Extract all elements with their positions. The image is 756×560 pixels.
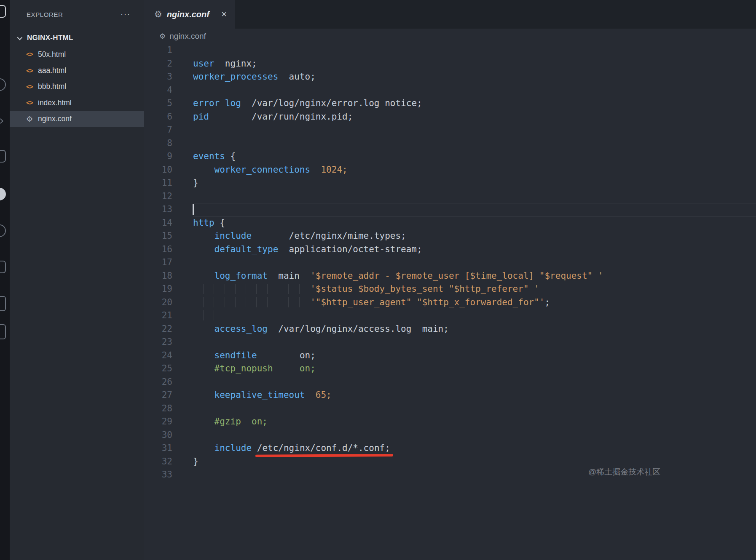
- line-content: [172, 44, 193, 57]
- folder-row-nginx-html[interactable]: NGINX-HTML: [10, 30, 144, 46]
- line-number: 22: [144, 323, 172, 336]
- activity-bar-icon[interactable]: [0, 224, 6, 237]
- breadcrumb[interactable]: ⚙ nginx.conf: [144, 29, 756, 44]
- line-content: '$status $body_bytes_sent "$http_referer…: [172, 283, 539, 296]
- code-line-1[interactable]: 1: [144, 44, 756, 57]
- line-number: 1: [144, 44, 172, 57]
- line-content: error_log /var/log/nginx/error.log notic…: [172, 97, 422, 110]
- explorer-header: EXPLORER ···: [10, 0, 144, 19]
- code-line-19[interactable]: 19 '$status $body_bytes_sent "$http_refe…: [144, 283, 756, 296]
- code-line-24[interactable]: 24 sendfile on;: [144, 349, 756, 363]
- database-icon[interactable]: [0, 324, 6, 339]
- code-line-22[interactable]: 22 access_log /var/log/nginx/access.log …: [144, 323, 756, 336]
- activity-bar-icon[interactable]: [0, 150, 6, 163]
- line-number: 12: [144, 190, 172, 203]
- account-icon[interactable]: [0, 188, 6, 200]
- code-line-4[interactable]: 4: [144, 84, 756, 97]
- file-item-50x.html[interactable]: <>50x.html: [10, 46, 144, 62]
- code-line-18[interactable]: 18 log_format main '$remote_addr - $remo…: [144, 269, 756, 283]
- line-content: [172, 137, 193, 150]
- code-line-23[interactable]: 23: [144, 336, 756, 349]
- code-line-2[interactable]: 2user nginx;: [144, 57, 756, 71]
- tab-nginx-conf[interactable]: ⚙ nginx.conf ×: [144, 0, 235, 29]
- activity-bar-icon[interactable]: [0, 5, 6, 18]
- more-actions-icon[interactable]: ···: [121, 10, 131, 19]
- gear-icon: ⚙: [159, 32, 166, 41]
- file-item-nginx.conf[interactable]: ⚙nginx.conf: [10, 111, 144, 127]
- line-number: 6: [144, 110, 172, 124]
- line-content: }: [172, 455, 198, 469]
- file-label: aaa.html: [38, 66, 66, 75]
- code-line-5[interactable]: 5error_log /var/log/nginx/error.log noti…: [144, 97, 756, 110]
- code-line-10[interactable]: 10 worker_connections 1024;: [144, 163, 756, 177]
- code-line-32[interactable]: 32}: [144, 455, 756, 469]
- code-line-33[interactable]: 33: [144, 468, 756, 482]
- line-number: 15: [144, 229, 172, 243]
- code-line-26[interactable]: 26: [144, 376, 756, 389]
- line-content: default_type application/octet-stream;: [172, 243, 422, 256]
- code-line-9[interactable]: 9events {: [144, 150, 756, 163]
- code-line-3[interactable]: 3worker_processes auto;: [144, 70, 756, 84]
- code-line-25[interactable]: 25 #tcp_nopush on;: [144, 362, 756, 376]
- code-line-20[interactable]: 20 '"$http_user_agent" "$http_x_forwarde…: [144, 296, 756, 309]
- code-line-14[interactable]: 14http {: [144, 216, 756, 230]
- code-line-30[interactable]: 30: [144, 429, 756, 442]
- activity-bar-icon[interactable]: [0, 78, 6, 91]
- file-item-aaa.html[interactable]: <>aaa.html: [10, 62, 144, 78]
- activity-bar-icon[interactable]: [0, 261, 6, 273]
- line-number: 26: [144, 376, 172, 389]
- line-content: user nginx;: [172, 57, 257, 71]
- code-line-21[interactable]: 21: [144, 309, 756, 323]
- line-content: pid /var/run/nginx.pid;: [172, 110, 353, 124]
- line-content: events {: [172, 150, 236, 163]
- code-area[interactable]: 12user nginx;3worker_processes auto;45er…: [144, 44, 756, 482]
- line-number: 3: [144, 70, 172, 84]
- line-content: [172, 84, 193, 97]
- code-line-11[interactable]: 11}: [144, 176, 756, 190]
- line-content: [172, 376, 193, 389]
- html-file-icon: <>: [26, 83, 38, 91]
- line-number: 7: [144, 123, 172, 137]
- line-number: 14: [144, 216, 172, 230]
- line-content: http {: [172, 216, 225, 230]
- code-line-13[interactable]: 13: [144, 203, 756, 216]
- close-icon[interactable]: ×: [221, 9, 227, 20]
- code-line-6[interactable]: 6pid /var/run/nginx.pid;: [144, 110, 756, 124]
- code-line-15[interactable]: 15 include /etc/nginx/mime.types;: [144, 229, 756, 243]
- line-number: 10: [144, 163, 172, 177]
- line-number: 21: [144, 309, 172, 323]
- explorer-title: EXPLORER: [27, 11, 63, 18]
- chevron-down-icon: [17, 35, 23, 40]
- database-icon[interactable]: [0, 296, 6, 311]
- code-line-29[interactable]: 29 #gzip on;: [144, 415, 756, 429]
- line-content: [172, 309, 214, 323]
- text-cursor: [193, 204, 194, 215]
- line-content: [172, 190, 193, 203]
- code-line-17[interactable]: 17: [144, 256, 756, 269]
- line-number: 31: [144, 442, 172, 455]
- line-number: 8: [144, 137, 172, 150]
- code-line-8[interactable]: 8: [144, 137, 756, 150]
- code-line-7[interactable]: 7: [144, 123, 756, 137]
- line-content: worker_processes auto;: [172, 70, 316, 84]
- line-content: [172, 468, 193, 482]
- line-number: 30: [144, 429, 172, 442]
- line-content: }: [172, 176, 198, 190]
- file-item-bbb.html[interactable]: <>bbb.html: [10, 79, 144, 95]
- file-label: nginx.conf: [38, 115, 72, 123]
- line-content: [172, 203, 193, 216]
- red-underlined-text: /etc/nginx/conf.d/*.conf;: [257, 443, 390, 453]
- line-content: '"$http_user_agent" "$http_x_forwarded_f…: [172, 296, 550, 309]
- code-line-12[interactable]: 12: [144, 190, 756, 203]
- line-number: 20: [144, 296, 172, 309]
- code-line-27[interactable]: 27 keepalive_timeout 65;: [144, 389, 756, 402]
- code-line-16[interactable]: 16 default_type application/octet-stream…: [144, 243, 756, 256]
- file-label: index.html: [38, 99, 72, 107]
- code-line-28[interactable]: 28: [144, 402, 756, 416]
- line-content: log_format main '$remote_addr - $remote_…: [172, 269, 603, 283]
- line-content: [172, 402, 193, 416]
- file-item-index.html[interactable]: <>index.html: [10, 95, 144, 111]
- chevron-right-icon[interactable]: [0, 118, 3, 124]
- line-number: 33: [144, 468, 172, 482]
- code-line-31[interactable]: 31 include /etc/nginx/conf.d/*.conf;: [144, 442, 756, 455]
